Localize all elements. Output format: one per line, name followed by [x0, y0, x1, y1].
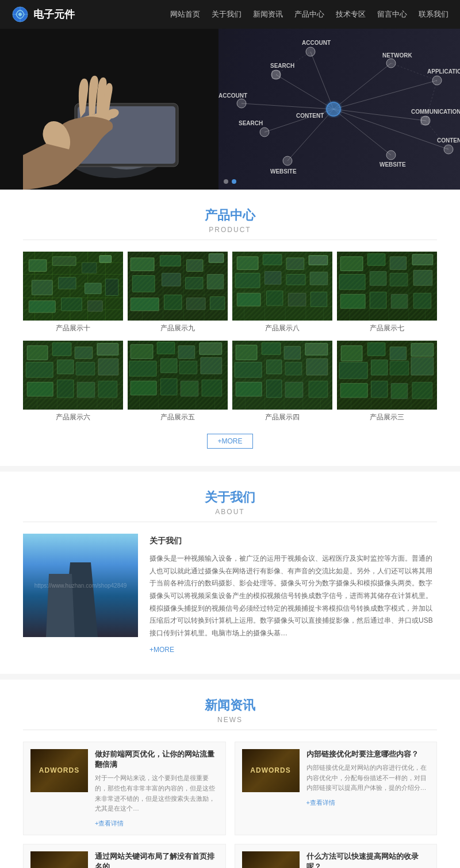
svg-rect-219 — [371, 381, 388, 398]
hero-dots — [224, 179, 236, 184]
product-label-4: 产品展示六 — [23, 410, 123, 425]
product-label-0: 产品展示十 — [23, 321, 123, 336]
svg-rect-106 — [286, 275, 305, 285]
product-img-4 — [23, 341, 123, 410]
svg-rect-122 — [340, 257, 363, 271]
hero-dot-2[interactable] — [232, 179, 236, 184]
news-desc-0: 对于一个网站来说，这个要到也是很重要的，那些也有非常丰富的内容的，但是这些来非常… — [95, 773, 218, 813]
svg-rect-213 — [411, 344, 434, 357]
svg-rect-218 — [340, 383, 367, 398]
main-nav: 网站首页 关于我们 新闻资讯 产品中心 技术专区 留言中心 联系我们 — [170, 9, 448, 20]
product-item-1[interactable]: 产品展示九 — [128, 252, 228, 336]
nav-about[interactable]: 关于我们 — [212, 9, 241, 20]
header: 电子元件 网站首页 关于我们 新闻资讯 产品中心 技术专区 留言中心 联系我们 — [0, 0, 460, 29]
about-section: 关于我们 ABOUT https://www.huzhan.com/shop42… — [0, 472, 460, 674]
svg-line-10 — [310, 52, 334, 109]
svg-rect-211 — [367, 343, 385, 356]
news-desc-1: 内部链接优化是对网站的内容进行优化，在内容优化中，分配每份描述不一样的，对目内部… — [306, 763, 430, 793]
svg-rect-132 — [391, 294, 408, 308]
about-title: 关于我们 — [23, 489, 437, 506]
svg-rect-191 — [305, 344, 328, 355]
about-text-title: 关于我们 — [150, 534, 437, 548]
product-label-7: 产品展示三 — [337, 410, 437, 425]
svg-rect-155 — [98, 381, 117, 398]
product-item-5[interactable]: 产品展示五 — [128, 341, 228, 425]
product-item-2[interactable]: 产品展示八 — [232, 252, 332, 336]
svg-rect-61 — [99, 256, 111, 263]
hero-dot-1[interactable] — [224, 179, 228, 184]
svg-line-17 — [241, 103, 334, 109]
svg-rect-102 — [286, 258, 304, 269]
news-content-3: 什么方法可以快速提高网站的收录呢？ 我知道优化，你发现网站收录跟踪，收录。但是不… — [306, 851, 430, 868]
svg-point-30 — [386, 151, 396, 160]
svg-line-11 — [334, 63, 391, 109]
logo-icon — [12, 6, 29, 23]
svg-rect-144 — [27, 346, 48, 360]
svg-rect-177 — [202, 380, 222, 396]
svg-point-31 — [260, 128, 269, 137]
svg-point-33 — [283, 156, 292, 165]
news-title: 新闻资讯 — [23, 697, 437, 714]
svg-rect-107 — [310, 272, 328, 285]
svg-rect-80 — [186, 260, 203, 271]
svg-rect-85 — [207, 275, 224, 290]
svg-rect-47 — [23, 252, 123, 321]
about-watermark: https://www.huzhan.com/shop42849 — [34, 582, 127, 589]
product-item-4[interactable]: 产品展示六 — [23, 341, 123, 425]
about-more-link[interactable]: +MORE — [150, 644, 174, 657]
svg-rect-151 — [98, 358, 118, 375]
news-title-0: 做好前端网页优化，让你的网站流量翻倍满 — [95, 749, 218, 770]
products-more-btn[interactable]: +MORE — [207, 434, 253, 449]
nav-tech[interactable]: 技术专区 — [336, 9, 366, 20]
svg-point-26 — [386, 59, 396, 68]
nav-products[interactable]: 产品中心 — [294, 9, 324, 20]
product-label-1: 产品展示九 — [128, 321, 228, 336]
nav-news[interactable]: 新闻资讯 — [253, 9, 283, 20]
nav-contact[interactable]: 联系我们 — [419, 9, 448, 20]
svg-rect-79 — [160, 256, 181, 266]
product-label-6: 产品展示四 — [232, 410, 332, 425]
news-title-1: 内部链接优化时要注意哪些内容？ — [306, 749, 430, 759]
svg-rect-189 — [262, 343, 281, 354]
svg-rect-66 — [29, 301, 55, 313]
svg-rect-149 — [57, 360, 74, 374]
product-item-6[interactable]: 产品展示四 — [232, 341, 332, 425]
product-item-3[interactable]: 产品展示七 — [337, 252, 437, 336]
svg-point-25 — [306, 47, 315, 56]
nav-message[interactable]: 留言中心 — [377, 9, 407, 20]
news-link-1[interactable]: +查看详情 — [306, 799, 335, 806]
svg-rect-87 — [164, 295, 182, 310]
svg-point-32 — [237, 99, 246, 108]
svg-text:WEBSITE: WEBSITE — [379, 161, 406, 168]
svg-rect-130 — [340, 294, 365, 308]
svg-text:NETWORK: NETWORK — [382, 52, 412, 59]
svg-rect-62 — [32, 280, 52, 295]
svg-rect-152 — [27, 382, 53, 396]
svg-rect-124 — [390, 257, 407, 270]
svg-rect-145 — [52, 343, 71, 356]
svg-rect-172 — [179, 361, 197, 374]
svg-text:CONTENT: CONTENT — [296, 113, 324, 119]
svg-rect-105 — [264, 271, 281, 284]
svg-rect-88 — [186, 298, 205, 309]
svg-rect-125 — [412, 254, 433, 265]
svg-rect-212 — [390, 347, 407, 360]
svg-rect-156 — [128, 341, 228, 410]
product-item-7[interactable]: 产品展示三 — [337, 341, 437, 425]
svg-rect-166 — [131, 345, 153, 359]
svg-rect-214 — [339, 362, 367, 379]
news-content-1: 内部链接优化时要注意哪些内容？ 内部链接优化是对网站的内容进行优化，在内容优化中… — [306, 749, 430, 828]
news-link-0[interactable]: +查看详情 — [95, 820, 124, 827]
svg-rect-109 — [266, 291, 283, 306]
products-header: 产品中心 PRODUCT — [23, 207, 437, 240]
product-img-7 — [337, 341, 437, 410]
svg-rect-169 — [200, 343, 222, 354]
product-item-0[interactable]: 产品展示十 — [23, 252, 123, 336]
svg-text:CONTENT: CONTENT — [437, 137, 460, 144]
svg-text:ACCOUNT: ACCOUNT — [218, 92, 247, 99]
product-img-5 — [128, 341, 228, 410]
svg-rect-111 — [310, 292, 327, 307]
network-svg: SEARCH ACCOUNT NETWORK APPLICATION COMMU… — [207, 29, 460, 190]
nav-home[interactable]: 网站首页 — [170, 9, 200, 20]
svg-rect-82 — [132, 276, 155, 292]
